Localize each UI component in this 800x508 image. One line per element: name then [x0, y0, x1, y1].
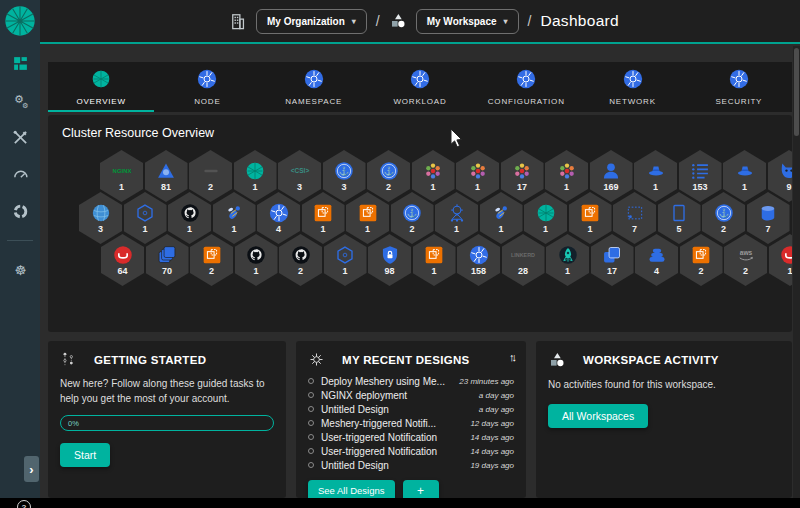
- scrollbar[interactable]: [793, 46, 800, 498]
- hexagon-orange-square[interactable]: 2: [190, 234, 233, 286]
- tab-overview[interactable]: OVERVIEW: [48, 62, 154, 112]
- hexagon-kubernetes[interactable]: 158: [457, 234, 500, 286]
- design-bullet-icon: [308, 448, 314, 454]
- bee-icon: [491, 202, 511, 224]
- tab-namespace[interactable]: NAMESPACE: [261, 62, 367, 112]
- tab-security[interactable]: SECURITY: [686, 62, 792, 112]
- start-button[interactable]: Start: [60, 443, 110, 467]
- performance-icon[interactable]: [9, 164, 31, 184]
- progress-bar: 0%: [60, 415, 274, 431]
- tab-label: NODE: [194, 97, 220, 106]
- hexagon-github[interactable]: 1: [235, 234, 278, 286]
- hexagon-layers[interactable]: 70: [146, 234, 189, 286]
- see-all-designs-button[interactable]: See All Designs: [308, 480, 395, 498]
- hexagon-flower[interactable]: 1: [456, 150, 499, 202]
- hexagon-red-circle[interactable]: 64: [101, 234, 144, 286]
- hexagon-flower[interactable]: 17: [501, 150, 544, 202]
- hexagon-github[interactable]: 1: [168, 192, 211, 244]
- hexagon-orange-square[interactable]: 1: [346, 192, 389, 244]
- toolbox-icon[interactable]: [9, 127, 31, 147]
- hexagon-orange-square[interactable]: 1: [413, 234, 456, 286]
- design-list-item[interactable]: Untitled Design19 days ago: [308, 458, 514, 472]
- meshery-logo-icon[interactable]: [4, 5, 36, 37]
- hexagon-list[interactable]: 153: [679, 150, 722, 202]
- hexagon-nginx[interactable]: NGINX1: [100, 150, 143, 202]
- hexagon-orange-square[interactable]: 1: [569, 192, 612, 244]
- hexagon-gray-wordmark[interactable]: 2: [189, 150, 232, 202]
- hexagon-user[interactable]: 169: [590, 150, 633, 202]
- design-list-item[interactable]: User-triggered Notification14 days ago: [308, 430, 514, 444]
- hexagon-github[interactable]: 2: [279, 234, 322, 286]
- hexagon-dotted-rect[interactable]: 7: [613, 192, 656, 244]
- hexagon-hex-badge[interactable]: 1: [124, 192, 167, 244]
- page-title: Dashboard: [540, 12, 619, 30]
- organization-dropdown[interactable]: My Organization ▾: [256, 9, 367, 34]
- design-list-item[interactable]: User-triggered Notification14 days ago: [308, 444, 514, 458]
- design-timestamp: 14 days ago: [470, 433, 514, 442]
- hexagon-linkerd-wordmark[interactable]: LINKERD28: [502, 234, 545, 286]
- hexagon-anchor-badge[interactable]: ⚓2: [702, 192, 745, 244]
- sidebar-expand-button[interactable]: ›: [24, 456, 39, 482]
- hexagon-stacked-squares[interactable]: 17: [591, 234, 634, 286]
- hexagon-rocket[interactable]: 1: [546, 234, 589, 286]
- design-name: User-triggered Notification: [321, 432, 463, 443]
- workspace-dropdown[interactable]: My Workspace ▾: [416, 9, 519, 34]
- tab-workload[interactable]: WORKLOAD: [367, 62, 473, 112]
- design-timestamp: 19 days ago: [470, 461, 514, 470]
- hexagon-orange-square[interactable]: 2: [680, 234, 723, 286]
- design-list-item[interactable]: NGINX deploymenta day ago: [308, 388, 514, 402]
- kubernetes-icon: [623, 69, 643, 93]
- tab-node[interactable]: NODE: [154, 62, 260, 112]
- dashboard-cards: GETTING STARTED New here? Follow along t…: [48, 341, 792, 498]
- hexagon-red-circle[interactable]: 1: [769, 234, 793, 286]
- hexagon-shield-lock[interactable]: 98: [368, 234, 411, 286]
- hexagon-aws[interactable]: aws2: [724, 234, 767, 286]
- anchor-badge-icon: ⚓: [379, 160, 399, 182]
- hexagon-anchor-badge[interactable]: ⚓2: [391, 192, 434, 244]
- hexagon-kubernetes[interactable]: 4: [257, 192, 300, 244]
- design-bullet-icon: [308, 434, 314, 440]
- tab-configuration[interactable]: CONFIGURATION: [473, 62, 579, 112]
- hexagon-outline-rect[interactable]: 5: [658, 192, 701, 244]
- kubernetes-icon[interactable]: ☸: [9, 260, 31, 280]
- hexagon-hex-badge[interactable]: 1: [324, 234, 367, 286]
- all-workspaces-button[interactable]: All Workspaces: [548, 404, 648, 428]
- hexagon-csi-wordmark[interactable]: <CSI>3: [278, 150, 321, 202]
- hexagon-fedora-hat[interactable]: 1: [723, 150, 766, 202]
- hexagon-flower[interactable]: 1: [545, 150, 588, 202]
- github-icon: [180, 202, 200, 224]
- sort-icon[interactable]: ↑↓: [509, 351, 514, 363]
- footer-bar: [0, 498, 800, 508]
- hexagon-orange-square[interactable]: 1: [302, 192, 345, 244]
- design-list-item[interactable]: Meshery-triggered Notifi...12 days ago: [308, 416, 514, 430]
- hexagon-yarn-ball[interactable]: 3: [79, 192, 122, 244]
- resource-count: 70: [162, 266, 172, 276]
- hexagon-bee[interactable]: 1: [480, 192, 523, 244]
- hexagon-anchor-badge[interactable]: ⚓2: [367, 150, 410, 202]
- extensions-icon[interactable]: [9, 201, 31, 221]
- lifecycle-icon[interactable]: ⚙⚙: [9, 90, 31, 110]
- design-bullet-icon: [308, 378, 314, 384]
- hexagon-anchor-badge[interactable]: ⚓3: [323, 150, 366, 202]
- tab-network[interactable]: NETWORK: [579, 62, 685, 112]
- hexagon-meshery[interactable]: 1: [234, 150, 277, 202]
- layers-icon: [157, 244, 177, 266]
- resource-count: 1: [430, 182, 435, 192]
- hexagon-argo-triangle[interactable]: 81: [145, 150, 188, 202]
- resource-count: 169: [603, 182, 618, 192]
- dashboard-icon[interactable]: [9, 53, 31, 73]
- hexagon-cylinder[interactable]: 7: [747, 192, 790, 244]
- design-list-item[interactable]: Deploy Meshery using Me...23 minutes ago: [308, 374, 514, 388]
- hexagon-ship-wheel[interactable]: 1: [435, 192, 478, 244]
- hexagon-tiered-cake[interactable]: 4: [635, 234, 678, 286]
- add-design-button[interactable]: +: [403, 480, 439, 498]
- scrollbar-thumb[interactable]: [794, 48, 799, 136]
- hexagon-bee[interactable]: 1: [213, 192, 256, 244]
- design-list-item[interactable]: Untitled Designa day ago: [308, 402, 514, 416]
- hexagon-flower[interactable]: 1: [412, 150, 455, 202]
- resource-count: 1: [564, 182, 569, 192]
- hexagon-meshery[interactable]: 1: [524, 192, 567, 244]
- help-icon[interactable]: ?: [17, 500, 31, 508]
- hexagon-fedora-hat[interactable]: 1: [634, 150, 677, 202]
- recent-designs-card: MY RECENT DESIGNS ↑↓ Deploy Meshery usin…: [296, 341, 526, 498]
